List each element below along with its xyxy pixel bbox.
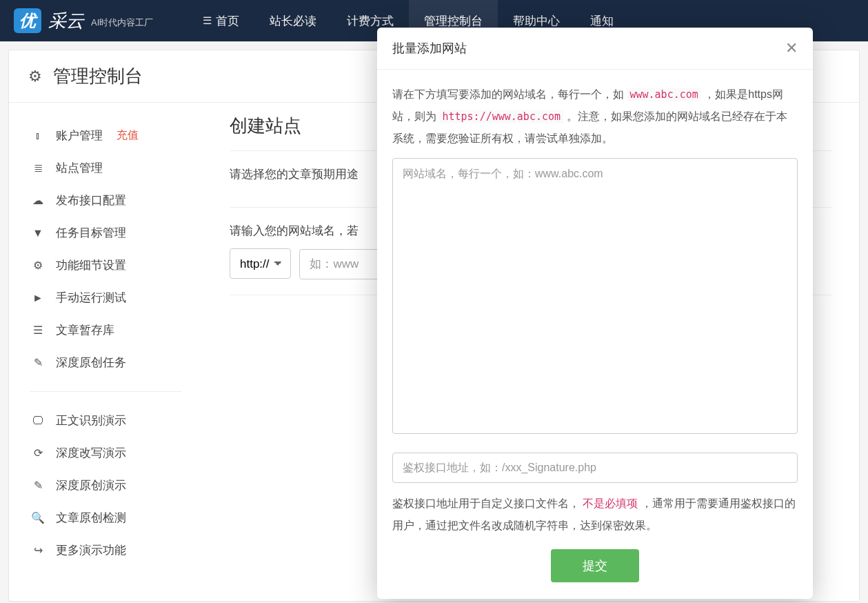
modal-description: 请在下方填写要添加的网站域名，每行一个，如 www.abc.com ，如果是ht… (392, 83, 798, 150)
submit-button[interactable]: 提交 (551, 549, 639, 582)
bulk-add-modal: 批量添加网站 ✕ 请在下方填写要添加的网站域名，每行一个，如 www.abc.c… (377, 28, 813, 599)
close-icon: ✕ (785, 39, 798, 57)
modal-header: 批量添加网站 ✕ (377, 28, 813, 70)
auth-url-input[interactable] (392, 453, 798, 483)
example-code: www.abc.com (627, 88, 700, 101)
close-button[interactable]: ✕ (785, 41, 798, 56)
example-code: https://www.abc.com (439, 110, 563, 123)
auth-description: 鉴权接口地址用于自定义接口文件名， 不是必填项 ，通常用于需要通用鉴权接口的用户… (392, 493, 798, 537)
modal-body: 请在下方填写要添加的网站域名，每行一个，如 www.abc.com ，如果是ht… (377, 70, 813, 599)
not-required-text: 不是必填项 (583, 497, 638, 509)
modal-title: 批量添加网站 (392, 40, 467, 57)
domains-textarea[interactable] (392, 158, 798, 434)
